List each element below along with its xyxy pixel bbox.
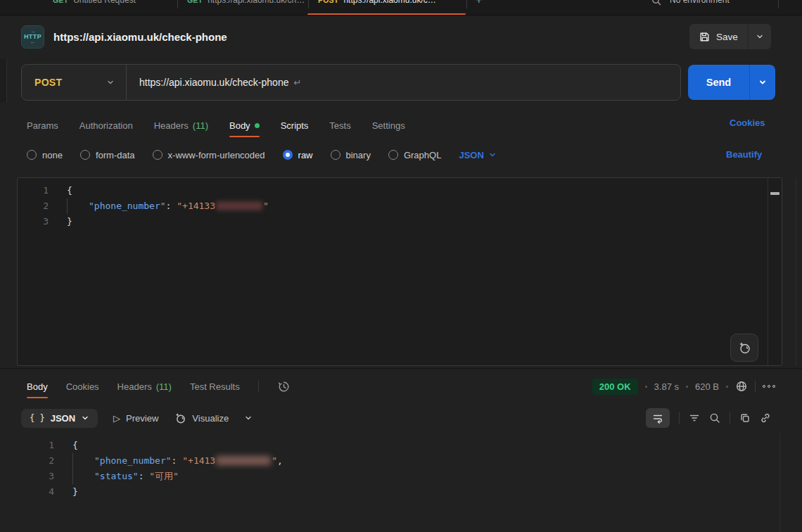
brace: { — [72, 440, 78, 450]
environment-selector[interactable]: No environment — [670, 0, 730, 8]
more-options-icon[interactable] — [763, 385, 775, 388]
response-size[interactable]: 620 B — [695, 381, 719, 392]
response-tab-cookies[interactable]: Cookies — [66, 374, 99, 399]
filter-icon[interactable] — [689, 412, 700, 424]
tab-method-badge: POST — [318, 0, 338, 4]
radio-binary[interactable]: binary — [331, 150, 371, 160]
search-icon[interactable] — [651, 0, 661, 6]
postbot-button[interactable] — [730, 334, 758, 362]
arrow-left-icon: ← — [30, 40, 36, 44]
tab-method-badge: GET — [187, 0, 203, 4]
search-response-icon[interactable] — [709, 412, 720, 424]
cookies-link[interactable]: Cookies — [730, 118, 765, 128]
request-tab-3-active[interactable]: POST https://api.xiaomu.uk/c… — [318, 0, 436, 8]
method-selector[interactable]: POST — [22, 64, 126, 101]
send-dropdown-button[interactable] — [750, 78, 775, 87]
line-numbers: 1 2 3 4 — [17, 438, 54, 500]
dot-separator — [645, 386, 647, 388]
preview-button[interactable]: ▷ Preview — [113, 413, 158, 424]
request-tab-2[interactable]: GET https://api.xiaomu.uk/ch… — [187, 0, 305, 8]
radio-none[interactable]: none — [27, 150, 63, 160]
line-numbers: 1 2 3 — [18, 183, 49, 229]
tab-authorization[interactable]: Authorization — [79, 113, 133, 138]
redacted-phone-number — [216, 201, 262, 210]
copy-icon[interactable] — [739, 412, 751, 424]
tab-settings[interactable]: Settings — [372, 113, 405, 138]
scrollbar-thumb[interactable] — [770, 192, 779, 195]
colon: : — [172, 455, 183, 466]
braces-icon: { } — [30, 413, 45, 423]
response-tab-test-results[interactable]: Test Results — [190, 374, 240, 399]
json-key: "phone_number" — [89, 201, 166, 211]
add-tab-button[interactable]: + — [476, 0, 482, 8]
line-number: 2 — [18, 198, 49, 214]
radio-raw[interactable]: raw — [283, 150, 313, 160]
code-content[interactable]: { "phone_number": "+14133" } — [57, 183, 763, 229]
visualize-label: Visualize — [192, 413, 229, 424]
radio-icon — [27, 150, 37, 160]
response-tab-headers[interactable]: Headers(11) — [117, 374, 172, 399]
tab-params[interactable]: Params — [27, 113, 58, 138]
tab-separator — [308, 0, 309, 8]
editor-scrollbar[interactable] — [768, 178, 782, 365]
radio-icon — [80, 150, 90, 160]
json-value: "+1413 — [182, 455, 215, 466]
tab-label: Headers — [154, 120, 189, 131]
response-time[interactable]: 3.87 s — [654, 381, 679, 392]
tab-label: Authorization — [79, 120, 133, 131]
line-number: 1 — [18, 183, 49, 198]
url-input[interactable]: https://api.xiaomu.uk/check-phone↵ — [127, 77, 301, 88]
json-key: "phone_number" — [94, 455, 172, 466]
brace: } — [67, 216, 72, 227]
method-label: POST — [34, 77, 62, 88]
response-actions — [646, 407, 771, 429]
request-section-tabs: Params Authorization Headers(11) Body Sc… — [27, 113, 405, 138]
code-line: "phone_number": "+1413", — [63, 453, 754, 469]
tab-tests[interactable]: Tests — [329, 113, 350, 138]
headers-count: (11) — [193, 120, 208, 131]
radio-label: binary — [346, 150, 371, 160]
save-button-group: Save — [689, 24, 771, 49]
view-options-chevron[interactable] — [244, 414, 253, 422]
response-history-icon[interactable] — [277, 380, 291, 393]
format-dropdown[interactable]: JSON — [459, 150, 496, 160]
status-badge[interactable]: 200 OK — [592, 379, 638, 395]
tab-scripts[interactable]: Scripts — [281, 113, 309, 138]
brace: } — [72, 486, 78, 497]
visualize-button[interactable]: Visualize — [174, 412, 229, 424]
json-value: "+14133 — [177, 201, 215, 211]
tab-label: Settings — [372, 120, 405, 131]
save-dropdown-button[interactable] — [749, 24, 771, 49]
word-wrap-button[interactable] — [646, 408, 670, 428]
preview-label: Preview — [126, 413, 158, 424]
response-format-dropdown[interactable]: { } JSON — [21, 409, 98, 428]
request-tab-1[interactable]: GET Untitled Request — [53, 0, 136, 8]
tab-body[interactable]: Body — [229, 113, 260, 138]
response-status-bar: 200 OK 3.87 s 620 B — [592, 374, 775, 399]
response-body-viewer[interactable]: 1 2 3 4 { "phone_number": "+1413", "stat… — [17, 433, 782, 532]
network-globe-icon[interactable] — [735, 380, 748, 393]
active-tab-underline — [307, 13, 466, 15]
radio-icon — [388, 150, 398, 160]
beautify-link[interactable]: Beautify — [726, 149, 762, 160]
send-button[interactable]: Send — [688, 77, 749, 88]
request-body-editor[interactable]: 1 2 3 { "phone_number": "+14133" } — [17, 177, 782, 366]
tab-headers[interactable]: Headers(11) — [154, 113, 208, 138]
code-content[interactable]: { "phone_number": "+1413", "status": "可用… — [63, 438, 754, 500]
brace: { — [67, 185, 72, 196]
tab-separator — [177, 0, 178, 8]
save-button[interactable]: Save — [689, 24, 748, 49]
tab-method-badge: GET — [53, 0, 68, 4]
radio-x-www-form-urlencoded[interactable]: x-www-form-urlencoded — [153, 150, 265, 160]
response-tab-body[interactable]: Body — [27, 374, 48, 399]
code-line: } — [57, 214, 763, 229]
radio-icon-selected — [283, 150, 293, 160]
radio-graphql[interactable]: GraphQL — [388, 150, 441, 160]
divider — [679, 412, 680, 424]
radio-form-data[interactable]: form-data — [80, 150, 135, 160]
tab-label: Cookies — [66, 381, 99, 392]
link-icon[interactable] — [760, 412, 771, 424]
dot-separator — [726, 386, 728, 388]
radio-label: GraphQL — [404, 150, 441, 160]
send-button-group: Send — [688, 65, 775, 100]
